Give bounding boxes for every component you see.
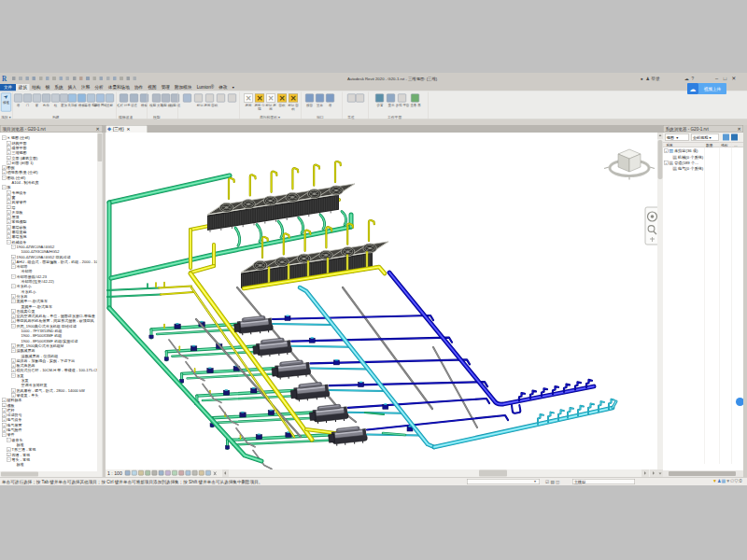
svg-text:1 : 100: 1 : 100	[107, 470, 122, 476]
